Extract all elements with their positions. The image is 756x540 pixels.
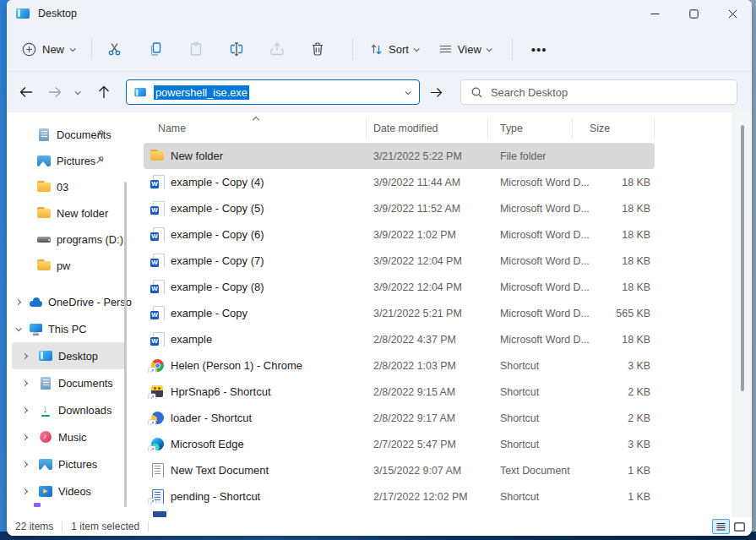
delete-button[interactable] xyxy=(303,35,332,63)
up-button[interactable] xyxy=(92,80,116,104)
tree-chevron-icon[interactable] xyxy=(22,461,28,466)
tree-chevron-icon[interactable] xyxy=(22,379,28,385)
vertical-scrollbar[interactable] xyxy=(732,112,752,517)
maximize-button[interactable] xyxy=(674,0,713,27)
column-header-size[interactable]: Size xyxy=(590,123,655,134)
column-header-type[interactable]: Type xyxy=(500,123,590,134)
chevron-down-icon[interactable] xyxy=(405,89,411,95)
sidebar-scrollbar-thumb[interactable] xyxy=(124,182,127,507)
sidebar-tree-item[interactable]: Music xyxy=(12,423,127,450)
search-box[interactable] xyxy=(460,79,737,105)
file-explorer-window: Desktop New xyxy=(7,0,752,536)
tree-chevron-icon[interactable] xyxy=(16,325,22,331)
sort-button[interactable]: Sort xyxy=(362,37,426,62)
file-date-modified: 3/21/2022 5:22 PM xyxy=(373,150,500,162)
search-input[interactable] xyxy=(491,86,710,99)
window-title: Desktop xyxy=(38,8,77,19)
file-row[interactable]: New Text Document 3/15/2022 9:07 AM Text… xyxy=(144,457,655,483)
tree-chevron-icon[interactable] xyxy=(22,488,28,494)
column-separator[interactable] xyxy=(366,118,367,139)
close-button[interactable] xyxy=(713,0,752,27)
sidebar-tree-item[interactable]: This PC xyxy=(12,315,127,342)
back-button[interactable] xyxy=(14,80,38,104)
sidebar-tree-item[interactable]: OneDrive - Perso xyxy=(12,288,127,315)
view-list-icon xyxy=(438,42,453,57)
sidebar-quick-item[interactable]: New folder xyxy=(12,200,127,226)
address-bar[interactable]: powershell_ise.exe xyxy=(126,79,420,105)
file-row[interactable]: ↗ pending - Shortcut 2/17/2022 12:02 PM … xyxy=(144,483,655,510)
file-row[interactable]: ↗ HprSnap6 - Shortcut 2/8/2022 9:15 AM S… xyxy=(144,379,655,405)
details-view-button[interactable] xyxy=(712,519,730,534)
file-name: pending - Shortcut xyxy=(171,490,260,503)
go-to-button[interactable] xyxy=(425,80,447,104)
sidebar-quick-item[interactable]: 03 xyxy=(12,174,127,200)
sidebar-tree-item[interactable]: Documents xyxy=(12,369,127,396)
see-more-button[interactable]: ••• xyxy=(521,42,557,57)
sidebar-quick-item[interactable]: Pictures xyxy=(12,148,127,174)
file-row[interactable]: New folder 3/21/2022 5:22 PM File folder xyxy=(144,143,655,169)
column-header-date-modified[interactable]: Date modified xyxy=(373,123,500,134)
file-row[interactable]: example - Copy (8) 3/9/2022 12:04 PM Mic… xyxy=(144,274,655,300)
address-input-selected-text[interactable]: powershell_ise.exe xyxy=(154,85,249,100)
sidebar-tree-item[interactable]: Desktop xyxy=(12,342,127,369)
copy-button[interactable] xyxy=(141,35,170,63)
file-name-cell: example - Copy xyxy=(144,306,373,320)
file-row[interactable]: example - Copy (5) 3/9/2022 11:52 AM Mic… xyxy=(144,195,655,221)
paste-button[interactable] xyxy=(182,35,210,63)
sidebar-tree-item[interactable]: Downloads xyxy=(12,396,127,423)
file-name: example - Copy (6) xyxy=(171,228,264,241)
recent-locations-button[interactable] xyxy=(68,80,85,104)
edge-icon: ↗ xyxy=(150,437,165,451)
column-separator[interactable] xyxy=(487,118,488,139)
file-size: 2 KB xyxy=(590,386,655,398)
cut-button[interactable] xyxy=(101,35,129,63)
scrollbar-thumb[interactable] xyxy=(741,125,744,391)
file-name: HprSnap6 - Shortcut xyxy=(171,385,271,398)
column-separator[interactable] xyxy=(572,118,573,139)
sidebar-tree-item[interactable]: Videos xyxy=(12,477,127,505)
file-row[interactable]: example - Copy (4) 3/9/2022 11:44 AM Mic… xyxy=(144,169,655,195)
chevron-down-icon xyxy=(486,46,492,52)
file-row[interactable]: example - Copy 3/21/2022 5:21 PM Microso… xyxy=(144,300,655,326)
file-row[interactable]: example - Copy (6) 3/9/2022 1:02 PM Micr… xyxy=(144,221,655,248)
sidebar-quick-item[interactable]: pw xyxy=(12,253,127,279)
tree-chevron-icon[interactable] xyxy=(22,352,28,358)
tree-chevron-icon[interactable] xyxy=(15,298,21,304)
explorer-body: Documents Pictures 03 New folder program… xyxy=(7,112,752,517)
pin-icon xyxy=(95,129,105,139)
file-size: 18 KB xyxy=(590,255,655,267)
toolbar-separator xyxy=(91,38,92,60)
minimize-button[interactable] xyxy=(635,0,674,27)
file-size: 18 KB xyxy=(590,334,655,346)
view-button[interactable]: View xyxy=(431,37,498,62)
tree-chevron-icon[interactable] xyxy=(22,406,28,412)
large-icons-view-button[interactable] xyxy=(731,519,748,534)
drive-icon xyxy=(37,232,52,247)
tree-chevron-icon[interactable] xyxy=(22,434,28,439)
file-row[interactable]: ↗ loader - Shortcut 2/8/2022 9:17 AM Sho… xyxy=(144,405,655,431)
new-button[interactable]: New xyxy=(14,37,83,62)
rename-button[interactable] xyxy=(222,35,251,63)
column-separator[interactable] xyxy=(654,118,655,139)
sidebar-quick-item[interactable]: Documents xyxy=(12,122,127,148)
music-icon xyxy=(39,430,53,445)
column-header-name[interactable]: Name xyxy=(144,123,373,134)
share-button[interactable] xyxy=(263,35,291,63)
file-name: example xyxy=(171,333,212,346)
file-name-cell: ↗ loader - Shortcut xyxy=(144,411,373,425)
file-type: Microsoft Word D... xyxy=(500,281,590,293)
sidebar-quick-item[interactable]: programs (D:) xyxy=(12,226,127,253)
chrome-icon: ↗ xyxy=(150,358,165,373)
file-row[interactable]: ↗ Microsoft Edge 2/7/2022 5:47 PM Shortc… xyxy=(144,431,655,457)
forward-button[interactable] xyxy=(43,80,67,104)
copy-icon xyxy=(148,41,163,57)
file-row[interactable]: example - Copy (7) 3/9/2022 12:04 PM Mic… xyxy=(144,248,655,274)
file-row[interactable]: example 2/8/2022 4:37 PM Microsoft Word … xyxy=(144,326,655,352)
file-name-cell: ↗ Helen (Person 1) - Chrome xyxy=(144,358,373,373)
file-row[interactable]: ↗ Helen (Person 1) - Chrome 2/8/2022 1:0… xyxy=(144,352,655,379)
word-icon xyxy=(150,332,165,346)
sidebar-tree-item[interactable]: Pictures xyxy=(12,450,127,477)
large-icons-view-icon xyxy=(734,522,745,532)
file-date-modified: 2/7/2022 5:47 PM xyxy=(373,439,500,450)
file-name: New Text Document xyxy=(171,464,269,477)
